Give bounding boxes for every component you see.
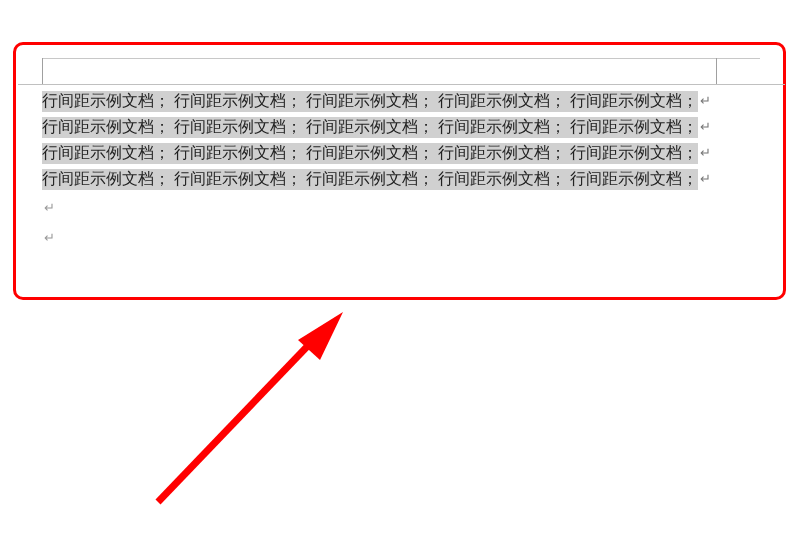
selected-text[interactable]: 行间距示例文档； 行间距示例文档； 行间距示例文档； 行间距示例文档； 行间距示… [42,143,698,164]
selected-text[interactable]: 行间距示例文档； 行间距示例文档； 行间距示例文档； 行间距示例文档； 行间距示… [42,117,698,138]
ruler-top [42,58,760,84]
text-segment: 行间距示例文档； [570,170,698,187]
paragraph-mark-icon: ↵ [700,145,711,161]
text-segment: 行间距示例文档； [42,92,170,109]
text-segment: 行间距示例文档； [306,170,434,187]
text-line: 行间距示例文档； 行间距示例文档； 行间距示例文档； 行间距示例文档； 行间距示… [42,140,764,166]
ruler-indent-right[interactable] [716,58,717,84]
paragraph-mark-icon: ↵ [700,93,711,109]
text-segment: 行间距示例文档； [174,92,302,109]
text-segment: 行间距示例文档； [306,92,434,109]
text-segment: 行间距示例文档； [42,144,170,161]
text-segment: 行间距示例文档； [438,92,566,109]
annotation-arrow [148,312,348,512]
text-line: 行间距示例文档； 行间距示例文档； 行间距示例文档； 行间距示例文档； 行间距示… [42,166,764,192]
paragraph-mark-icon: ↵ [44,200,55,216]
text-line: 行间距示例文档； 行间距示例文档； 行间距示例文档； 行间距示例文档； 行间距示… [42,88,764,114]
ruler-indent-left[interactable] [42,58,43,84]
text-segment: 行间距示例文档； [570,118,698,135]
text-line: 行间距示例文档； 行间距示例文档； 行间距示例文档； 行间距示例文档； 行间距示… [42,114,764,140]
paragraph-mark-icon: ↵ [44,230,55,246]
text-segment: 行间距示例文档； [570,92,698,109]
text-segment: 行间距示例文档； [42,118,170,135]
text-segment: 行间距示例文档； [306,118,434,135]
text-segment: 行间距示例文档； [438,144,566,161]
svg-line-0 [158,330,323,502]
document-body[interactable]: 行间距示例文档； 行间距示例文档； 行间距示例文档； 行间距示例文档； 行间距示… [42,88,764,192]
text-segment: 行间距示例文档； [438,170,566,187]
text-segment: 行间距示例文档； [174,118,302,135]
text-segment: 行间距示例文档； [174,170,302,187]
text-segment: 行间距示例文档； [306,144,434,161]
selected-text[interactable]: 行间距示例文档； 行间距示例文档； 行间距示例文档； 行间距示例文档； 行间距示… [42,91,698,112]
paragraph-mark-icon: ↵ [700,171,711,187]
paragraph-mark-icon: ↵ [700,119,711,135]
text-segment: 行间距示例文档； [42,170,170,187]
text-segment: 行间距示例文档； [570,144,698,161]
ruler-divider [18,84,785,85]
text-segment: 行间距示例文档； [438,118,566,135]
selected-text[interactable]: 行间距示例文档； 行间距示例文档； 行间距示例文档； 行间距示例文档； 行间距示… [42,169,698,190]
text-segment: 行间距示例文档； [174,144,302,161]
